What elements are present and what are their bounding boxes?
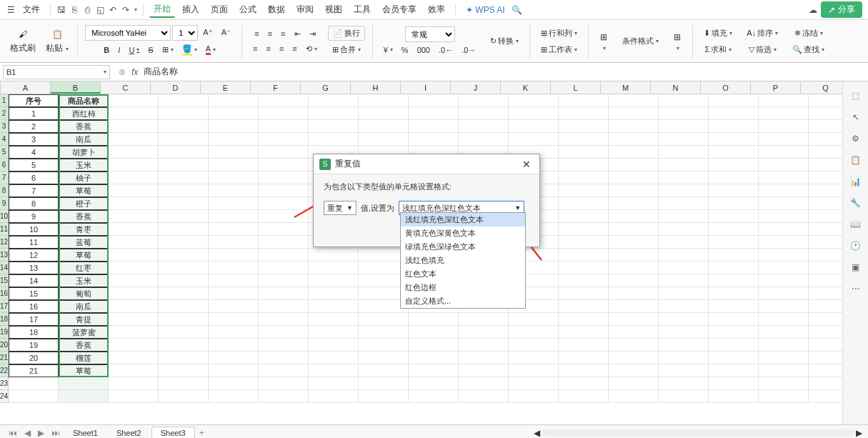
cell[interactable] (759, 210, 809, 223)
cell[interactable] (559, 197, 609, 210)
cell[interactable] (759, 274, 809, 287)
cell[interactable] (759, 300, 809, 313)
cell[interactable] (309, 133, 359, 146)
cell[interactable] (609, 171, 659, 184)
cell[interactable] (509, 107, 559, 120)
cond-format-button[interactable]: 条件格式▾ (619, 34, 662, 49)
col-header-K[interactable]: K (501, 81, 551, 94)
select-icon[interactable]: ⬚ (849, 89, 863, 103)
font-name-select[interactable]: Microsoft YaHei (85, 25, 171, 41)
cell[interactable] (209, 120, 259, 133)
cell[interactable] (709, 390, 759, 403)
cell[interactable] (109, 390, 159, 403)
cell[interactable]: 2 (9, 120, 59, 133)
cell[interactable] (609, 184, 659, 197)
cell[interactable]: 6 (9, 171, 59, 184)
indent-inc-button[interactable]: ⇥ (306, 27, 319, 41)
cell[interactable] (509, 352, 559, 364)
cell[interactable] (309, 390, 359, 403)
cell[interactable] (559, 94, 609, 107)
print-icon[interactable]: ⎙ (82, 5, 92, 15)
row-header-5[interactable]: 5 (0, 146, 8, 159)
paste-button[interactable]: 📋粘贴 ▾ (41, 26, 73, 56)
cell[interactable]: 青枣 (59, 223, 109, 236)
cell[interactable] (359, 107, 409, 120)
align-top-button[interactable]: ≡ (251, 27, 262, 40)
cell[interactable] (809, 197, 842, 210)
cell[interactable] (109, 274, 159, 287)
cell[interactable] (159, 390, 209, 403)
cell[interactable] (259, 120, 309, 133)
cell[interactable] (309, 120, 359, 133)
cell[interactable] (609, 133, 659, 146)
cell[interactable] (809, 146, 842, 159)
cell[interactable] (409, 364, 459, 377)
cell[interactable] (809, 326, 842, 339)
cell[interactable] (159, 94, 209, 107)
cell[interactable] (409, 339, 459, 352)
cell[interactable] (659, 107, 709, 120)
cell[interactable] (359, 390, 409, 403)
cell[interactable] (209, 210, 259, 223)
cell[interactable] (559, 364, 609, 377)
currency-button[interactable]: ¥▾ (380, 44, 396, 56)
cell[interactable] (59, 377, 109, 390)
cell[interactable] (209, 146, 259, 159)
cell[interactable]: 菠萝蜜 (59, 326, 109, 339)
italic-button[interactable]: I (114, 44, 124, 56)
row-header-3[interactable]: 3 (0, 120, 8, 133)
col-header-E[interactable]: E (201, 81, 251, 94)
align-mid-button[interactable]: ≡ (264, 27, 276, 40)
cell[interactable] (159, 364, 209, 377)
tab-tools[interactable]: 工具 (349, 2, 375, 17)
cell[interactable] (659, 159, 709, 171)
table-format-button[interactable]: ⊞▾ (593, 29, 614, 53)
row-header-4[interactable]: 4 (0, 133, 8, 146)
cell[interactable] (259, 249, 309, 262)
cell[interactable] (459, 313, 509, 326)
cell[interactable] (309, 313, 359, 326)
cell[interactable] (709, 210, 759, 223)
cell[interactable] (259, 236, 309, 249)
cell[interactable] (809, 107, 842, 120)
col-header-A[interactable]: A (1, 81, 51, 94)
cell[interactable] (809, 262, 842, 274)
cell[interactable] (809, 184, 842, 197)
cell[interactable]: 10 (9, 223, 59, 236)
cell[interactable] (509, 120, 559, 133)
cell[interactable] (209, 171, 259, 184)
tab-nav-last[interactable]: ⏭ (49, 428, 63, 438)
cell[interactable] (809, 120, 842, 133)
underline-button[interactable]: U▾ (125, 44, 143, 56)
more-icon[interactable]: ⋯ (849, 282, 863, 296)
cell[interactable] (109, 236, 159, 249)
row-header-12[interactable]: 12 (0, 236, 8, 249)
cell[interactable] (609, 364, 659, 377)
cell[interactable] (259, 352, 309, 364)
cell[interactable] (709, 236, 759, 249)
cell[interactable]: 商品名称 (59, 94, 109, 107)
cell[interactable] (159, 352, 209, 364)
search-icon[interactable]: 🔍 (512, 5, 522, 15)
cell[interactable] (559, 326, 609, 339)
cell[interactable] (559, 210, 609, 223)
cell[interactable] (709, 120, 759, 133)
cell[interactable]: 蓝莓 (59, 236, 109, 249)
cell[interactable] (759, 171, 809, 184)
cell[interactable] (559, 249, 609, 262)
cell[interactable] (659, 120, 709, 133)
cell[interactable] (709, 313, 759, 326)
cell[interactable]: 草莓 (59, 184, 109, 197)
cell[interactable] (359, 313, 409, 326)
cell[interactable]: 西红柿 (59, 107, 109, 120)
cell[interactable] (609, 249, 659, 262)
cell[interactable] (559, 274, 609, 287)
cell[interactable] (59, 390, 109, 403)
cell[interactable] (109, 120, 159, 133)
cell[interactable] (659, 352, 709, 364)
cell[interactable] (809, 287, 842, 300)
cell[interactable] (109, 339, 159, 352)
cell[interactable] (359, 133, 409, 146)
cell[interactable] (809, 133, 842, 146)
clipboard-icon[interactable]: 📋 (849, 153, 863, 167)
